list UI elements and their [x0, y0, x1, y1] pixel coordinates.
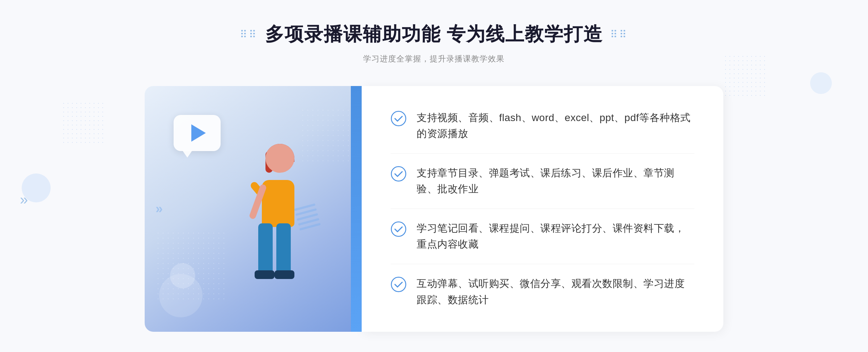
bg-dots-left: [61, 101, 105, 145]
feature-item-1: 支持视频、音频、flash、word、excel、ppt、pdf等各种格式的资源…: [391, 110, 694, 142]
page-container: » ⠿⠿ 多项录播课辅助功能 专为线上教学打造 ⠿⠿ 学习进度全掌握，提升录播课…: [0, 0, 868, 352]
header-title-row: ⠿⠿ 多项录播课辅助功能 专为线上教学打造 ⠿⠿: [240, 22, 628, 47]
play-bubble: [174, 115, 221, 151]
person-figure: [218, 144, 334, 332]
feature-divider-1: [391, 153, 694, 154]
person-leg-left: [258, 223, 273, 274]
illustration-container: »: [145, 86, 362, 332]
check-icon-3: [391, 221, 407, 237]
feature-item-3: 学习笔记回看、课程提问、课程评论打分、课件资料下载，重点内容收藏: [391, 220, 694, 253]
svg-point-3: [391, 277, 406, 292]
feature-text-4: 互动弹幕、试听购买、微信分享、观看次数限制、学习进度跟踪、数据统计: [417, 276, 694, 308]
header-section: ⠿⠿ 多项录播课辅助功能 专为线上教学打造 ⠿⠿ 学习进度全掌握，提升录播课教学…: [240, 22, 628, 64]
svg-point-0: [391, 111, 406, 126]
feature-divider-3: [391, 264, 694, 264]
vertical-bar: [351, 86, 362, 332]
check-icon-1: [391, 111, 407, 126]
svg-point-1: [391, 167, 406, 181]
features-panel: 支持视频、音频、flash、word、excel、ppt、pdf等各种格式的资源…: [362, 86, 723, 332]
play-triangle-icon: [191, 124, 206, 142]
person-body: [262, 180, 294, 227]
check-icon-4: [391, 276, 407, 292]
check-icon-2: [391, 166, 407, 182]
bg-circle-right: [810, 72, 832, 94]
feature-text-3: 学习笔记回看、课程提问、课程评论打分、课件资料下载，重点内容收藏: [417, 220, 694, 253]
person-head: [265, 144, 294, 173]
feature-item-4: 互动弹幕、试听购买、微信分享、观看次数限制、学习进度跟踪、数据统计: [391, 276, 694, 308]
outer-chevron-left: »: [20, 192, 28, 208]
content-section: » 支持视频、音频、flash、word、excel、ppt、pdf等各种格式的…: [145, 86, 723, 332]
feature-divider-2: [391, 209, 694, 209]
person-leg-right: [276, 223, 291, 274]
illus-circle-small: [170, 263, 195, 288]
bg-dots-right: [723, 54, 767, 98]
main-title: 多项录播课辅助功能 专为线上教学打造: [265, 22, 603, 47]
illus-chevrons-left: »: [156, 201, 163, 216]
person-shoe-right: [275, 270, 294, 279]
decorative-dots-left: ⠿⠿: [240, 29, 258, 40]
person-shoe-left: [255, 270, 275, 279]
feature-item-2: 支持章节目录、弹题考试、课后练习、课后作业、章节测验、批改作业: [391, 165, 694, 198]
svg-point-2: [391, 222, 406, 236]
feature-text-2: 支持章节目录、弹题考试、课后练习、课后作业、章节测验、批改作业: [417, 165, 694, 198]
decorative-dots-right: ⠿⠿: [610, 29, 628, 40]
feature-text-1: 支持视频、音频、flash、word、excel、ppt、pdf等各种格式的资源…: [417, 110, 694, 142]
subtitle: 学习进度全掌握，提升录播课教学效果: [240, 53, 628, 64]
